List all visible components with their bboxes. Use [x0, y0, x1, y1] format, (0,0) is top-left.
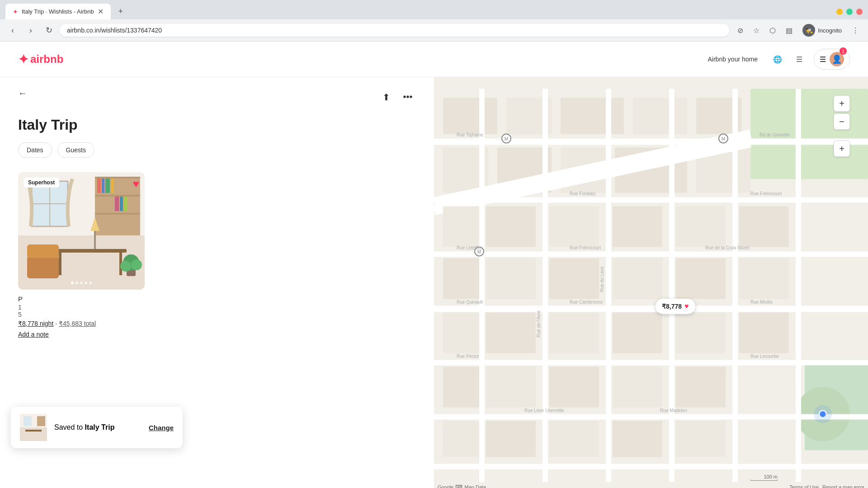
dot-4	[85, 282, 87, 284]
more-options-button[interactable]: •••	[400, 89, 416, 105]
svg-rect-34	[25, 430, 42, 432]
svg-text:M: M	[722, 136, 725, 141]
address-bar-input[interactable]	[60, 24, 729, 37]
dates-filter-button[interactable]: Dates	[18, 142, 52, 158]
browser-chrome: ✦ Italy Trip · Wishlists - Airbnb ✕ + ‹ …	[0, 0, 868, 42]
terms-link[interactable]: Terms of Use	[789, 484, 819, 488]
minimize-button[interactable]	[836, 9, 843, 15]
svg-rect-64	[443, 206, 479, 247]
svg-rect-77	[486, 313, 536, 353]
guests-filter-button[interactable]: Guests	[57, 142, 94, 158]
window-controls	[836, 9, 863, 15]
sidebar-icon[interactable]: ▤	[782, 23, 796, 38]
extensions-icon[interactable]: ⬡	[765, 23, 780, 38]
page-title: Italy Trip	[18, 117, 416, 133]
svg-rect-56	[434, 414, 868, 420]
toast-thumbnail	[20, 414, 47, 441]
svg-text:Rue Péclot: Rue Péclot	[457, 354, 479, 359]
toast-prefix: Saved to	[54, 423, 85, 431]
toolbar-icons: ⊘ ☆ ⬡ ▤ 🕵 Incognito ⋮	[733, 22, 863, 38]
reload-button[interactable]: ↻	[42, 23, 56, 38]
forward-nav-button[interactable]: ›	[24, 23, 38, 38]
svg-rect-83	[486, 367, 536, 408]
svg-text:M: M	[505, 136, 508, 141]
price-marker[interactable]: ₹8,778 ♥	[656, 299, 695, 314]
map-panel[interactable]: M M M Rue Tiphaine Bd de Grenelle Rue Fo…	[434, 77, 868, 488]
svg-rect-67	[613, 206, 662, 247]
svg-rect-18	[54, 249, 127, 253]
keyboard-icon: ⌨	[455, 484, 462, 488]
svg-rect-42	[633, 98, 687, 134]
title-bar: ✦ Italy Trip · Wishlists - Airbnb ✕ +	[0, 0, 868, 19]
zoom-out-button[interactable]: −	[834, 113, 850, 130]
svg-rect-71	[486, 258, 536, 299]
active-tab[interactable]: ✦ Italy Trip · Wishlists - Airbnb ✕	[5, 4, 111, 19]
svg-point-28	[131, 259, 142, 270]
svg-rect-52	[434, 197, 868, 203]
svg-rect-24	[94, 231, 96, 249]
listing-card[interactable]: Superhost ♥ P 1 5	[18, 172, 145, 344]
svg-rect-89	[549, 421, 599, 457]
tab-title: Italy Trip · Wishlists - Airbnb	[22, 8, 94, 15]
dot-3	[80, 282, 83, 284]
price-marker-heart: ♥	[684, 302, 689, 310]
header-right: Airbnb your home 🌐 ☰ ☰ 👤 1	[702, 49, 850, 70]
svg-rect-19	[59, 253, 61, 275]
heart-button[interactable]: ♥	[133, 178, 139, 190]
content-area: ← ⬆ ••• Italy Trip Dates Guests	[0, 77, 868, 488]
dot-1	[71, 282, 74, 284]
hamburger-menu-button[interactable]: ☰	[792, 52, 807, 66]
svg-rect-75	[739, 258, 789, 299]
close-button[interactable]	[856, 9, 863, 15]
notification-badge: 1	[840, 47, 847, 55]
svg-text:Rue Quinault: Rue Quinault	[457, 300, 483, 305]
airbnb-header: ✦ airbnb Airbnb your home 🌐 ☰ ☰ 👤 1	[0, 42, 868, 77]
new-tab-button[interactable]: +	[114, 5, 127, 18]
card-title: P	[18, 295, 145, 303]
incognito-button[interactable]: 🕵 Incognito	[798, 22, 846, 38]
zoom-in-button[interactable]: +	[834, 95, 850, 112]
svg-rect-86	[676, 367, 726, 408]
camera-off-icon[interactable]: ⊘	[733, 23, 747, 38]
svg-rect-69	[739, 206, 789, 247]
svg-rect-62	[732, 89, 738, 482]
svg-rect-55	[434, 360, 868, 366]
image-dots	[71, 282, 92, 284]
svg-rect-21	[27, 256, 59, 278]
star-icon[interactable]: ☆	[749, 23, 764, 38]
share-button[interactable]: ⬆	[378, 89, 394, 105]
map-attribution: Google ⌨ Map Data	[438, 484, 486, 488]
logo-text: airbnb	[30, 53, 63, 66]
svg-rect-63	[796, 89, 801, 482]
svg-rect-11	[97, 178, 101, 193]
google-attribution: Google	[438, 484, 453, 488]
address-bar-row: ‹ › ↻ ⊘ ☆ ⬡ ▤ 🕵 Incognito ⋮	[0, 19, 868, 41]
map-plus-button[interactable]: +	[834, 141, 850, 157]
toast-change-button[interactable]: Change	[149, 424, 174, 432]
svg-rect-72	[549, 258, 599, 299]
tab-close-button[interactable]: ✕	[98, 7, 104, 16]
airbnb-your-home-link[interactable]: Airbnb your home	[702, 52, 763, 66]
airbnb-logo[interactable]: ✦ airbnb	[18, 52, 63, 67]
svg-rect-84	[549, 367, 599, 408]
toast-text: Saved to Italy Trip	[54, 423, 114, 432]
map-data-label: Map Data	[464, 484, 486, 488]
svg-text:Rue Fondary: Rue Fondary	[570, 191, 596, 196]
browser-menu-button[interactable]: ⋮	[848, 23, 863, 38]
user-menu-button[interactable]: ☰ 👤 1	[814, 49, 850, 70]
add-note-link[interactable]: Add a note	[18, 331, 49, 338]
dot-5	[89, 282, 92, 284]
back-nav-button[interactable]: ‹	[5, 23, 20, 38]
airbnb-logo-icon: ✦	[18, 52, 28, 67]
price-total: ₹45,683 total	[59, 320, 96, 327]
svg-text:Bd de Grenelle: Bd de Grenelle	[760, 132, 790, 137]
svg-rect-88	[486, 421, 536, 457]
report-link[interactable]: Report a map error	[822, 484, 864, 488]
svg-rect-54	[434, 306, 868, 312]
language-button[interactable]: 🌐	[770, 52, 785, 66]
maximize-button[interactable]	[846, 9, 853, 15]
back-button[interactable]: ←	[18, 88, 27, 99]
svg-rect-14	[111, 178, 114, 193]
svg-rect-73	[613, 258, 662, 299]
svg-text:Rue Frémicourt: Rue Frémicourt	[750, 191, 782, 196]
